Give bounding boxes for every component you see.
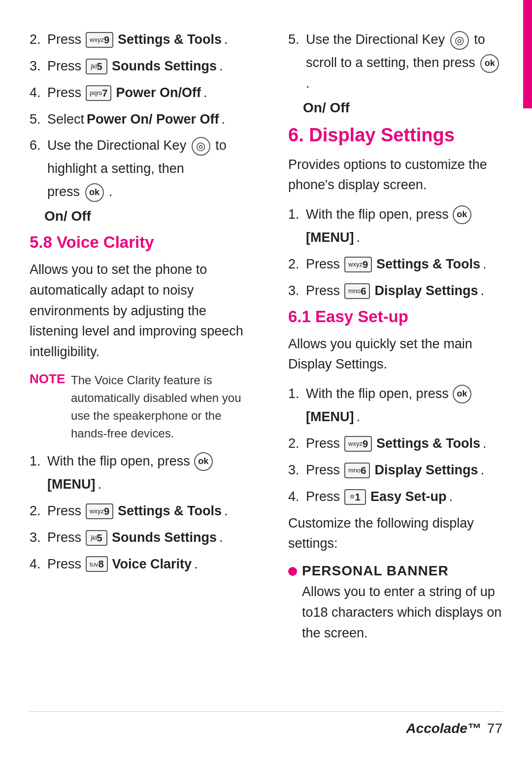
key-8tuv-vc: tuv8: [86, 556, 107, 572]
ok-icon-es1: ok: [453, 385, 471, 403]
step-5: 5. Select Power On/ Power Off.: [30, 109, 244, 130]
directional-icon: ◎: [192, 137, 210, 156]
es-step-3: 3. Press mno6 Display Settings.: [288, 460, 502, 481]
ok-icon: ok: [85, 183, 104, 202]
voice-clarity-heading: 5.8 Voice Clarity: [30, 233, 244, 252]
onoff-label-right: On/ Off: [303, 100, 502, 116]
voice-clarity-body: Allows you to set the phone to automatic…: [30, 260, 244, 363]
vc-step-1: 1. With the flip open, press ok [MENU].: [30, 451, 244, 495]
step-4: 4. Press pqrs7 Power On/Off.: [30, 83, 244, 103]
key-9wxyz: wxyz9: [86, 32, 113, 48]
es-step-2: 2. Press wxyz9 Settings & Tools.: [288, 433, 502, 454]
onoff-label-left: On/ Off: [44, 208, 244, 224]
footer-page-num: 77: [487, 721, 502, 736]
footer-brand: Accolade™: [406, 721, 481, 736]
vc-step-3: 3. Press jkl5 Sounds Settings.: [30, 528, 244, 548]
bullet-personal-banner: PERSONAL BANNER Allows you to enter a st…: [288, 563, 502, 653]
key-7pqrs: pqrs7: [86, 85, 111, 101]
bullet-title: PERSONAL BANNER: [302, 563, 502, 579]
easy-setup-heading: 6.1 Easy Set-up: [288, 307, 502, 326]
key-1-es: ⚙1: [344, 489, 366, 505]
step-2: 2. Press wxyz9 Settings & Tools.: [30, 30, 244, 50]
ok-icon-vc1: ok: [194, 452, 213, 471]
bullet-content: PERSONAL BANNER Allows you to enter a st…: [302, 563, 502, 653]
ok-icon-ds1: ok: [453, 205, 471, 224]
es-step-1: 1. With the flip open, press ok [MENU].: [288, 384, 502, 428]
page-container: 2. Press wxyz9 Settings & Tools. 3. Pres…: [0, 0, 532, 766]
key-5jkl-vc: jkl5: [86, 530, 107, 546]
bullet-dot: [288, 567, 297, 576]
step-6: 6. Use the Directional Key ◎ to highligh…: [30, 135, 244, 202]
note-text: The Voice Clarity feature is automatical…: [71, 371, 244, 442]
easy-setup-after-text: Customize the following display settings…: [288, 513, 502, 555]
note-label: NOTE: [30, 371, 64, 442]
ok-icon-r: ok: [480, 54, 499, 73]
ds-step-2: 2. Press wxyz9 Settings & Tools.: [288, 254, 502, 275]
vc-step-4: 4. Press tuv8 Voice Clarity.: [30, 554, 244, 575]
ds-step-3: 3. Press mno6 Display Settings.: [288, 281, 502, 301]
directional-icon-r: ◎: [450, 31, 469, 50]
right-step-5: 5. Use the Directional Key ◎ to scroll t…: [288, 30, 502, 94]
page-footer: Accolade™ 77: [30, 711, 502, 736]
vc-step-2: 2. Press wxyz9 Settings & Tools.: [30, 501, 244, 522]
key-5jkl: jkl5: [86, 59, 107, 74]
right-column: 5. Use the Directional Key ◎ to scroll t…: [283, 30, 502, 697]
ds-step-1: 1. With the flip open, press ok [MENU].: [288, 204, 502, 248]
key-9wxyz-vc: wxyz9: [86, 503, 113, 519]
left-column: 2. Press wxyz9 Settings & Tools. 3. Pres…: [30, 30, 254, 697]
key-9wxyz-es: wxyz9: [344, 436, 372, 452]
key-6mno-ds: mno6: [344, 283, 370, 299]
two-col-layout: 2. Press wxyz9 Settings & Tools. 3. Pres…: [30, 30, 502, 697]
easy-setup-body: Allows you quickly set the main Display …: [288, 334, 502, 375]
step-3: 3. Press jkl5 Sounds Settings.: [30, 56, 244, 77]
accent-bar: [523, 0, 532, 108]
bullet-body: Allows you to enter a string of up to18 …: [302, 582, 502, 644]
voice-clarity-note: NOTE The Voice Clarity feature is automa…: [30, 371, 244, 442]
es-step-4: 4. Press ⚙1 Easy Set-up.: [288, 487, 502, 507]
display-settings-body: Provides options to customize the phone'…: [288, 155, 502, 196]
display-settings-heading: 6. Display Settings: [288, 125, 502, 146]
key-9wxyz-ds: wxyz9: [344, 257, 372, 272]
key-6mno-es: mno6: [344, 463, 370, 478]
